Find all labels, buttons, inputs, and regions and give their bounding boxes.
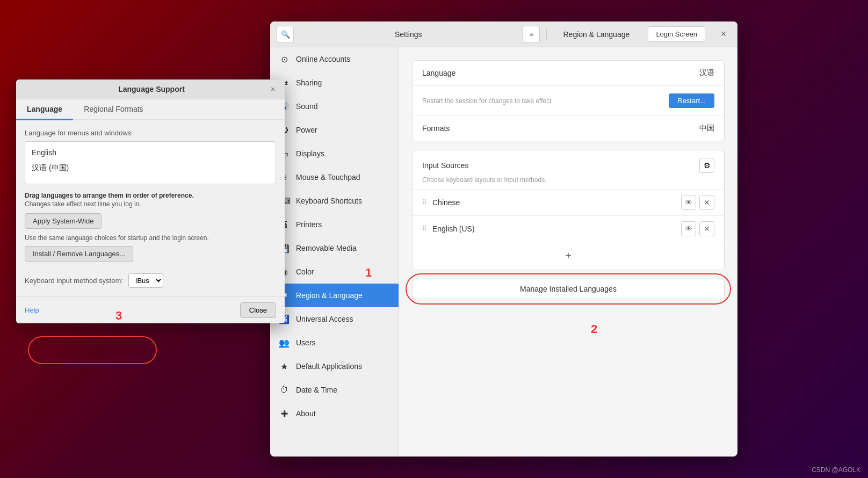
language-support-dialog: Language Support × Language Regional For… — [16, 79, 285, 323]
install-remove-languages-button[interactable]: Install / Remove Languages... — [25, 246, 133, 262]
sidebar-item-color[interactable]: ◉ Color — [270, 260, 399, 284]
menu-button[interactable]: ≡ — [523, 26, 540, 43]
language-list: English 汉语 (中国) — [25, 141, 276, 184]
input-source-actions-english: 👁 ✕ — [681, 221, 714, 236]
formats-label: Formats — [422, 124, 450, 133]
sidebar-item-about[interactable]: ✚ About — [270, 402, 399, 425]
install-remove-annotation-circle — [28, 336, 157, 364]
input-sources-card: Input Sources ⚙ Choose keyboard layouts … — [412, 150, 725, 270]
watermark: CSDN @AGOLK — [812, 466, 860, 474]
preview-chinese-button[interactable]: 👁 — [681, 195, 696, 210]
language-support-footer: Help Close — [16, 296, 285, 323]
install-remove-wrapper: Install / Remove Languages... — [25, 246, 133, 262]
close-dialog-button[interactable]: Close — [240, 302, 276, 318]
restart-row: Restart the session for changes to take … — [413, 86, 724, 116]
input-source-actions-chinese: 👁 ✕ — [681, 195, 714, 210]
settings-window: 🔍 Settings ≡ Region & Language Login Scr… — [270, 21, 737, 457]
settings-title: Settings — [294, 30, 523, 39]
manage-installed-languages-button[interactable]: Manage Installed Languages — [412, 279, 725, 299]
sidebar-item-online-accounts[interactable]: ⊙ Online Accounts — [270, 47, 399, 71]
tab-regional-formats[interactable]: Regional Formats — [73, 99, 154, 120]
preview-english-button[interactable]: 👁 — [681, 221, 696, 236]
sidebar-item-users[interactable]: 👥 Users — [270, 331, 399, 354]
sidebar-label-power: Power — [296, 126, 317, 134]
tab-language-label: Language — [27, 105, 62, 113]
settings-titlebar: 🔍 Settings ≡ Region & Language Login Scr… — [270, 21, 737, 47]
input-sources-title: Input Sources — [422, 161, 468, 170]
add-input-source-button[interactable]: + — [559, 248, 578, 264]
remove-chinese-button[interactable]: ✕ — [699, 195, 714, 210]
panel-title-header: Region & Language — [553, 30, 639, 39]
input-source-name-chinese: Chinese — [432, 198, 676, 207]
sidebar-item-keyboard[interactable]: ⌨ Keyboard Shortcuts — [270, 189, 399, 213]
sidebar-label-removable-media: Removable Media — [296, 244, 357, 252]
date-time-icon: ⏱ — [279, 385, 290, 395]
sidebar-item-sound[interactable]: 🔊 Sound — [270, 95, 399, 118]
sidebar-item-sharing[interactable]: ⇄ Sharing — [270, 71, 399, 95]
language-support-titlebar: Language Support × — [16, 79, 285, 99]
sidebar-item-region-language[interactable]: ⚑ Region & Language — [270, 284, 399, 307]
tab-language[interactable]: Language — [16, 99, 73, 120]
online-accounts-icon: ⊙ — [279, 54, 290, 64]
sidebar-item-default-apps[interactable]: ★ Default Applications — [270, 354, 399, 378]
formats-value: 中国 — [699, 124, 714, 133]
users-icon: 👥 — [279, 337, 290, 348]
settings-sidebar: ⊙ Online Accounts ⇄ Sharing 🔊 Sound ⏻ Po… — [270, 47, 399, 457]
sidebar-item-universal-access[interactable]: ♿ Universal Access — [270, 307, 399, 331]
sidebar-label-users: Users — [296, 338, 316, 347]
sidebar-label-sound: Sound — [296, 102, 317, 111]
sidebar-item-power[interactable]: ⏻ Power — [270, 118, 399, 142]
login-screen-button[interactable]: Login Screen — [648, 26, 705, 42]
apply-system-wide-button[interactable]: Apply System-Wide — [25, 213, 102, 229]
sidebar-label-keyboard: Keyboard Shortcuts — [296, 197, 362, 205]
input-source-english: ⠿ English (US) 👁 ✕ — [413, 215, 724, 242]
default-apps-icon: ★ — [279, 361, 290, 372]
help-button[interactable]: Help — [25, 306, 39, 314]
formats-row: Formats 中国 — [413, 116, 724, 141]
language-label: Language — [422, 69, 455, 77]
drag-handle-english[interactable]: ⠿ — [422, 225, 427, 233]
input-source-chinese: ⠿ Chinese 👁 ✕ — [413, 189, 724, 215]
lang-item-chinese[interactable]: 汉语 (中国) — [25, 160, 276, 176]
search-icon: 🔍 — [281, 30, 290, 39]
sidebar-label-universal-access: Universal Access — [296, 315, 353, 323]
input-source-name-english: English (US) — [432, 224, 676, 233]
close-window-button[interactable]: × — [716, 27, 731, 42]
sidebar-label-region-language: Region & Language — [296, 291, 363, 300]
gear-icon: ⚙ — [704, 161, 711, 170]
input-sources-gear-button[interactable]: ⚙ — [699, 158, 714, 173]
drag-sub: Changes take effect next time you log in… — [25, 200, 276, 208]
language-row: Language 汉语 — [413, 61, 724, 86]
keyboard-input-select[interactable]: IBus — [128, 273, 163, 288]
language-support-body: Language for menus and windows: English … — [16, 120, 285, 296]
sidebar-item-date-time[interactable]: ⏱ Date & Time — [270, 378, 399, 402]
language-support-tabs: Language Regional Formats — [16, 99, 285, 120]
input-sources-header: Input Sources ⚙ — [413, 150, 724, 176]
drag-note: Drag languages to arrange them in order … — [25, 192, 276, 199]
language-support-title: Language Support — [35, 85, 267, 93]
sidebar-label-printers: Printers — [296, 220, 322, 229]
sidebar-label-color: Color — [296, 267, 314, 276]
remove-english-button[interactable]: ✕ — [699, 221, 714, 236]
sidebar-label-mouse: Mouse & Touchpad — [296, 173, 360, 182]
sidebar-label-sharing: Sharing — [296, 78, 322, 87]
restart-button[interactable]: Restart... — [669, 93, 714, 108]
sidebar-label-default-apps: Default Applications — [296, 362, 362, 371]
sidebar-item-printers[interactable]: 🖨 Printers — [270, 213, 399, 236]
input-sources-hint: Choose keyboard layouts or input methods… — [413, 176, 724, 189]
menu-icon: ≡ — [530, 31, 533, 38]
sidebar-item-removable-media[interactable]: 💾 Removable Media — [270, 236, 399, 260]
language-support-close-button[interactable]: × — [267, 84, 278, 95]
settings-panel: Language 汉语 Restart the session for chan… — [399, 47, 737, 457]
drag-handle-chinese[interactable]: ⠿ — [422, 199, 427, 206]
manage-languages-wrapper: Manage Installed Languages — [412, 279, 725, 299]
settings-body: ⊙ Online Accounts ⇄ Sharing 🔊 Sound ⏻ Po… — [270, 47, 737, 457]
search-button[interactable]: 🔍 — [277, 26, 294, 43]
add-input-source-row: + — [413, 242, 724, 270]
sidebar-label-date-time: Date & Time — [296, 386, 337, 394]
language-value: 汉语 — [699, 68, 714, 78]
sidebar-item-mouse[interactable]: 🖱 Mouse & Touchpad — [270, 165, 399, 189]
lang-item-english[interactable]: English — [25, 145, 276, 160]
sidebar-item-displays[interactable]: ▭ Displays — [270, 142, 399, 165]
about-icon: ✚ — [279, 408, 290, 419]
